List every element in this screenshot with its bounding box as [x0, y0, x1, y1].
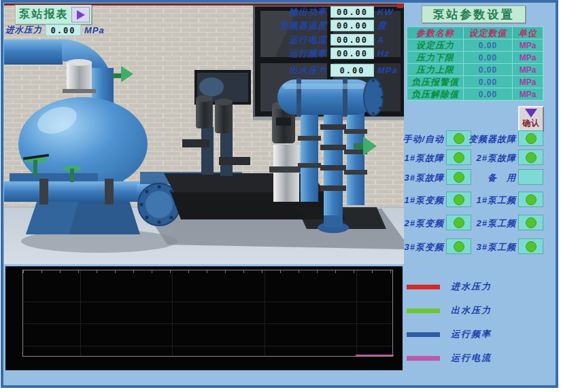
inverter-temp-value: 00.00: [330, 20, 374, 31]
lamp-icon: [526, 194, 537, 205]
status-label-vfd-fault: 变频器故障: [455, 133, 516, 145]
confirm-arrow-icon: [525, 109, 537, 118]
param-unit: MPa: [513, 76, 543, 88]
output-power-row: 输出功率 00.00 KW: [250, 5, 397, 18]
inlet-pressure-row: 进水压力 0.00 MPa: [5, 24, 120, 37]
screen-frame: 泵站报表 进水压力 0.00 MPa 输出功率 00.00 KW 变频器温度 0…: [1, 0, 558, 388]
trend-chart: [5, 266, 403, 370]
param-value[interactable]: 0.00: [464, 88, 513, 101]
params-panel-title: 泵站参数设置: [422, 5, 526, 23]
legend-label: 运行频率: [451, 328, 492, 340]
trend-plot-area: [22, 270, 393, 357]
run-current-label: 运行电流: [250, 34, 330, 46]
status-label-pump2-vfd: 2#泵变频: [383, 217, 444, 230]
outlet-pressure-value: 0.00: [330, 64, 374, 77]
outlet-pressure-row: 出水压力 0.00 MPa: [250, 63, 397, 77]
outlet-pressure-unit: MPa: [374, 65, 397, 75]
param-name: 负压报警值: [407, 76, 464, 88]
run-current-trace: [356, 355, 394, 356]
status-label-pump2-mains: 2#泵工频: [455, 217, 516, 230]
report-open-button[interactable]: [71, 7, 90, 22]
lamp-icon: [526, 133, 537, 144]
param-unit: MPa: [513, 39, 543, 52]
status-label-pump3-vfd: 3#泵变频: [383, 241, 444, 253]
status-label-manual-auto: 手动/自动: [383, 133, 444, 145]
legend-item-outlet-pressure: 出水压力: [407, 305, 492, 316]
lamp-icon: [526, 217, 537, 228]
lamp-icon: [526, 152, 537, 163]
legend-swatch-magenta: [407, 356, 440, 361]
inverter-temp-row: 变频器温度 00.00 度: [250, 19, 397, 32]
status-label-pump1-vfd: 1#泵变频: [383, 194, 444, 207]
play-icon: [77, 10, 85, 20]
legend-swatch-red: [407, 285, 440, 289]
run-current-unit: A: [374, 35, 397, 45]
output-power-label: 输出功率: [250, 6, 330, 18]
status-lamp-spare: [518, 169, 543, 185]
gridline-v: [356, 270, 357, 356]
param-unit: MPa: [513, 52, 543, 64]
status-label-pump1-mains: 1#泵工频: [455, 194, 516, 207]
confirm-button[interactable]: 确认: [518, 106, 544, 132]
gridline-v: [172, 270, 173, 356]
outlet-pressure-label: 出水压力: [250, 65, 330, 77]
legend-swatch-green: [407, 308, 440, 313]
param-unit: MPa: [513, 88, 543, 101]
col-header-unit: 单位: [513, 27, 543, 39]
param-name: 压力上限: [407, 64, 464, 76]
params-table: 参数名称 设定数值 单位 设定压力 0.00 MPa 压力下限 0.00 MPa…: [407, 26, 544, 101]
inlet-pressure-unit: MPa: [81, 25, 104, 35]
run-frequency-unit: Hz: [374, 48, 397, 58]
gridline-h: [23, 302, 392, 302]
legend-label: 运行电流: [451, 352, 492, 364]
param-value[interactable]: 0.00: [464, 76, 513, 88]
param-value[interactable]: 0.00: [464, 39, 513, 52]
status-label-pump3-fault: 3#泵故障: [383, 172, 444, 184]
param-value[interactable]: 0.00: [464, 52, 513, 64]
report-button[interactable]: 泵站报表: [15, 5, 92, 24]
output-power-unit: KW: [374, 7, 397, 17]
param-name: 压力下限: [407, 52, 464, 64]
status-label-pump3-mains: 3#泵工频: [455, 241, 516, 253]
status-lamp-pump2-mains: [518, 215, 543, 230]
inlet-pressure-label: 进水压力: [5, 24, 42, 36]
confirm-button-label: 确认: [522, 118, 540, 129]
gridline-v: [80, 270, 81, 356]
lamp-icon: [526, 241, 537, 252]
run-frequency-label: 运行频率: [250, 48, 330, 60]
pump-motor-2: [215, 99, 233, 133]
status-lamp-pump1-mains: [518, 192, 543, 207]
status-lamp-vfd-fault: [518, 130, 543, 146]
run-frequency-value: 00.00: [330, 48, 374, 59]
run-current-value: 00.00: [330, 34, 374, 46]
col-header-value: 设定数值: [464, 27, 513, 39]
param-value[interactable]: 0.00: [464, 64, 513, 76]
inlet-pressure-value: 0.00: [46, 24, 81, 36]
param-name: 负压解除值: [407, 88, 464, 101]
status-lamp-pump3-mains: [518, 238, 543, 254]
gridline-h: [23, 323, 392, 324]
axis-ticks: [23, 270, 392, 273]
legend-item-run-current: 运行电流: [407, 353, 492, 363]
report-button-label: 泵站报表: [16, 7, 71, 22]
legend-item-inlet-pressure: 进水压力: [407, 281, 492, 292]
run-current-row: 运行电流 00.00 A: [250, 33, 397, 46]
status-lamp-pump2-fault: [518, 149, 543, 165]
status-label-pump2-fault: 2#泵故障: [455, 152, 516, 164]
status-label-pump1-fault: 1#泵故障: [383, 152, 444, 164]
legend-label: 出水压力: [451, 304, 492, 317]
legend-label: 进水压力: [451, 281, 492, 293]
legend-swatch-blue: [407, 332, 440, 337]
run-frequency-row: 运行频率 00.00 Hz: [250, 47, 397, 60]
param-name: 设定压力: [407, 39, 464, 52]
output-power-value: 00.00: [330, 6, 374, 18]
col-header-name: 参数名称: [407, 27, 464, 39]
pump-station-scene: 泵站报表 进水压力 0.00 MPa 输出功率 00.00 KW 变频器温度 0…: [4, 3, 404, 264]
scene-red-marker: [397, 3, 403, 8]
inverter-temp-label: 变频器温度: [250, 20, 330, 32]
hmi-pump-station-screen: 泵站报表 进水压力 0.00 MPa 输出功率 00.00 KW 变频器温度 0…: [0, 0, 561, 392]
gridline-h: [23, 346, 392, 346]
pump-motor-1: [196, 95, 213, 128]
inverter-temp-unit: 度: [374, 20, 397, 32]
header-pipe: [277, 78, 384, 116]
